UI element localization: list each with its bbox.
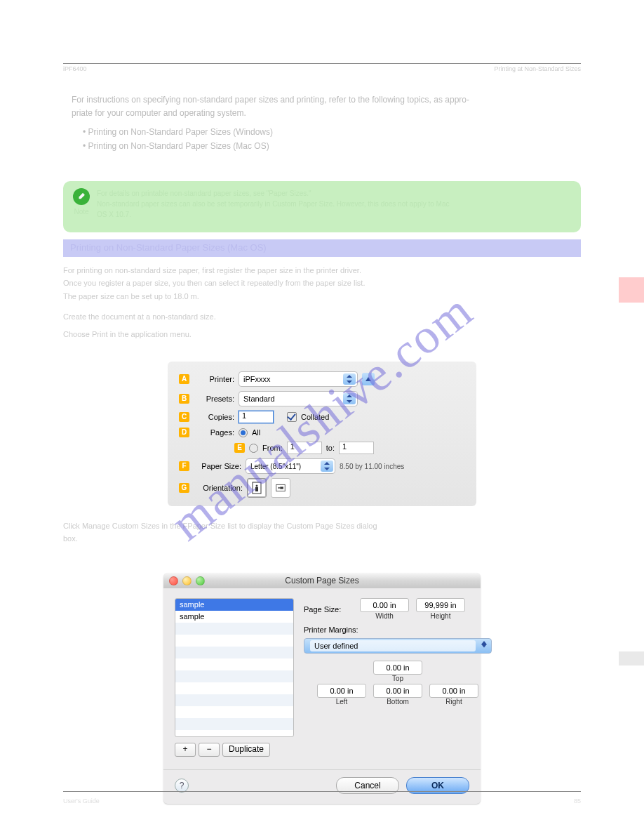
page-size-label: Page Size: — [304, 605, 353, 614]
chevron-updown-icon — [343, 393, 356, 404]
header-left: iPF6400 — [63, 65, 87, 72]
footer-divider — [63, 791, 581, 792]
paper-size-combo[interactable]: Letter (8.5"x11") — [246, 458, 335, 474]
pages-all-label: All — [252, 428, 260, 437]
from-label: From: — [262, 444, 283, 452]
margin-bottom-input[interactable]: 0.00 in — [373, 684, 422, 698]
presets-label: Presets: — [194, 395, 234, 403]
print-panel: A Printer: iPFxxxx B Presets: Standard C… — [168, 362, 476, 506]
pages-all-radio[interactable] — [239, 428, 248, 437]
height-input[interactable]: 99,999 in — [416, 598, 465, 612]
width-input[interactable]: 0.00 in — [360, 598, 409, 612]
pages-from-radio[interactable] — [249, 444, 258, 453]
note-icon — [73, 188, 90, 205]
orientation-landscape-button[interactable] — [271, 478, 290, 498]
copies-input[interactable]: 1 — [239, 411, 274, 423]
svg-rect-2 — [255, 487, 258, 491]
width-label: Width — [360, 612, 409, 620]
footer-left: User's Guide — [63, 797, 100, 805]
to-input[interactable]: 1 — [339, 442, 374, 454]
duplicate-button[interactable]: Duplicate — [222, 743, 270, 757]
copies-label: Copies: — [194, 413, 234, 421]
dialog-titlebar: Custom Page Sizes — [163, 573, 481, 588]
printer-label: Printer: — [194, 375, 234, 383]
tag-c: C — [179, 412, 189, 422]
side-tab-pink — [619, 277, 644, 303]
note-box: Note For details on printable non-standa… — [63, 181, 581, 232]
step3-text: Click Manage Custom Sizes in the FPaper … — [63, 520, 581, 545]
collated-checkbox[interactable] — [287, 412, 297, 422]
svg-point-1 — [256, 485, 258, 487]
margin-left-input[interactable]: 0.00 in — [317, 684, 366, 698]
dialog-title: Custom Page Sizes — [163, 576, 481, 585]
header-labels: iPF6400 Printing at Non-Standard Sizes — [63, 65, 581, 72]
footer-labels: User's Guide 85 — [63, 797, 581, 805]
to-label: to: — [326, 444, 335, 452]
svg-rect-5 — [280, 487, 283, 489]
paper-size-label: Paper Size: — [194, 462, 241, 470]
presets-combo[interactable]: Standard — [239, 391, 358, 406]
remove-size-button[interactable]: − — [199, 743, 220, 757]
margin-top-input[interactable]: 0.00 in — [373, 661, 422, 675]
tag-a: A — [179, 374, 189, 384]
footer-page: 85 — [574, 797, 581, 805]
instruction-text: For printing on non-standard size paper,… — [63, 264, 581, 340]
note-label: Note — [73, 206, 90, 217]
tag-g: G — [179, 483, 189, 493]
orientation-portrait-button[interactable] — [247, 478, 267, 498]
intro-text: For instructions on specifying non-stand… — [72, 93, 581, 153]
add-size-button[interactable]: + — [175, 743, 196, 757]
side-tab-gray — [619, 651, 644, 666]
printer-margins-label: Printer Margins: — [304, 626, 492, 634]
chevron-updown-icon — [343, 373, 356, 385]
disclosure-toggle[interactable] — [362, 373, 375, 385]
orientation-label: Orientation: — [194, 484, 243, 492]
margins-combo[interactable]: User defined — [304, 638, 492, 654]
custom-page-sizes-dialog: Custom Page Sizes sample sample — [163, 573, 481, 804]
collated-label: Collated — [301, 413, 329, 421]
tag-f: F — [179, 461, 189, 471]
chevron-updown-icon — [321, 461, 333, 472]
section-heading-bar: Printing on Non-Standard Paper Sizes (Ma… — [63, 239, 581, 257]
pages-label: Pages: — [194, 428, 234, 437]
from-input[interactable]: 1 — [287, 442, 322, 454]
height-label: Height — [416, 612, 465, 620]
svg-point-4 — [279, 487, 280, 489]
sizes-listbox[interactable]: sample sample — [175, 598, 294, 737]
tag-e: E — [234, 443, 245, 453]
tag-d: D — [179, 428, 189, 437]
paper-dimensions-note: 8.50 by 11.00 inches — [340, 463, 404, 470]
printer-combo[interactable]: iPFxxxx — [239, 371, 358, 387]
tag-b: B — [179, 394, 189, 404]
list-item[interactable]: sample — [175, 599, 293, 611]
margin-right-input[interactable]: 0.00 in — [429, 684, 478, 698]
header-divider — [63, 63, 581, 64]
header-right: Printing at Non-Standard Sizes — [494, 65, 581, 72]
list-item[interactable]: sample — [175, 611, 293, 623]
